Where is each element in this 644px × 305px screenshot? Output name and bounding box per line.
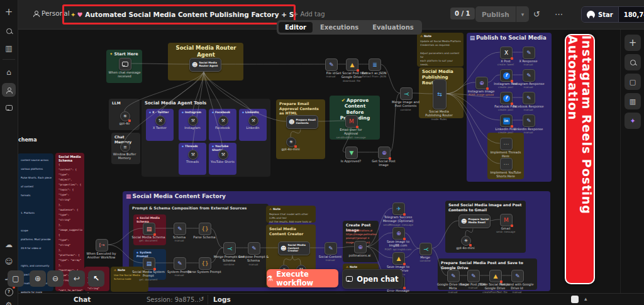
- node-fb-resp[interactable]: ✎: [523, 92, 535, 104]
- zoom-out-button[interactable]: ⊖: [47, 270, 64, 287]
- node-impl-yt[interactable]: ⋯: [500, 158, 513, 170]
- panel-toggle-icon[interactable]: [571, 296, 579, 303]
- node-get-drive[interactable]: ▲: [346, 58, 358, 71]
- search-nodes-button[interactable]: [625, 54, 641, 70]
- node-merge2[interactable]: Y: [419, 243, 432, 255]
- node-post-json[interactable]: ✎: [467, 270, 480, 282]
- sidebar-item-home-button[interactable]: ⌂: [0, 65, 18, 79]
- open-chat-button[interactable]: Open chat: [342, 269, 402, 289]
- add-tag-button[interactable]: + Add tag: [293, 11, 325, 18]
- node-gpt-4o[interactable]: ✳: [120, 111, 130, 121]
- node-tool-ig[interactable]: ⚒: [188, 116, 198, 126]
- credentials-note[interactable]: ⚠NoteUpdate all Social Media PlatformCre…: [417, 33, 464, 67]
- node-tool-x[interactable]: ⚒: [155, 116, 165, 126]
- history-icon[interactable]: ↺: [533, 9, 540, 19]
- node-compose[interactable]: ✎: [248, 242, 260, 255]
- node-gmail[interactable]: M: [500, 214, 513, 226]
- node-file-id[interactable]: ✎: [325, 58, 338, 71]
- node-schema-pen[interactable]: ✎: [174, 223, 186, 235]
- node-li-post[interactable]: in: [500, 114, 513, 127]
- node-ig-image[interactable]: ⊕: [475, 77, 488, 89]
- node-drive-save-img[interactable]: ▲: [392, 252, 405, 265]
- node-tool-li[interactable]: ⚒: [248, 116, 258, 126]
- node-gpt-mini1[interactable]: ✳: [286, 137, 296, 147]
- select-tool-button[interactable]: ↖: [88, 270, 104, 287]
- node-gpt-mini2[interactable]: ✳: [461, 236, 471, 246]
- zoom-in-button[interactable]: ⊕: [30, 270, 46, 287]
- node-email-approval[interactable]: M: [345, 115, 358, 128]
- node-is-approved[interactable]: ▼: [345, 147, 358, 159]
- node-sp-pen[interactable]: ✎: [174, 257, 186, 270]
- node-impl-threads[interactable]: ⋯: [500, 138, 513, 150]
- node-prep-email[interactable]: ☻Prepare Email Contents: [286, 115, 318, 129]
- node-pub-router[interactable]: ⇆: [433, 79, 447, 109]
- pen-icon: ✎: [526, 96, 531, 101]
- node-imgbb[interactable]: ⊕: [392, 227, 405, 240]
- node-extract-json[interactable]: ≣: [369, 58, 381, 71]
- node-sp-node[interactable]: ▤: [143, 257, 155, 270]
- node-social-content[interactable]: ✎: [325, 242, 337, 255]
- node-ig-resp[interactable]: ✎: [523, 69, 535, 82]
- add-node-button[interactable]: +: [625, 35, 641, 51]
- sidebar-item-personal-button[interactable]: [0, 83, 18, 97]
- node-label: Social Media System Promptget: document: [131, 270, 165, 281]
- session-refresh-icon[interactable]: ↺: [199, 296, 204, 302]
- node-save-post-drive[interactable]: ▲: [489, 270, 502, 282]
- node-memory[interactable]: ≡: [120, 142, 130, 152]
- node-tool-yt[interactable]: ⚒: [218, 150, 228, 160]
- node-tool-th[interactable]: ⚒: [188, 150, 198, 160]
- sidebar-item-add-workflow-button[interactable]: +: [0, 5, 18, 19]
- chevron-up-icon[interactable]: ▴: [584, 296, 587, 302]
- pen-icon: ✎: [526, 73, 531, 79]
- undo-button[interactable]: ↩: [69, 270, 85, 287]
- sidebar-item-chat-button[interactable]: [0, 101, 18, 114]
- node-li-resp[interactable]: ✎: [523, 114, 535, 127]
- node-chat-trigger[interactable]: [119, 58, 131, 70]
- node-respond-id[interactable]: ✎: [511, 270, 524, 282]
- node-router-agent[interactable]: ☻Social Media Router Agent: [189, 58, 221, 72]
- execute-workflow-button[interactable]: ⚗ Execute workflow: [267, 269, 338, 287]
- tab-executions[interactable]: Executions: [314, 22, 365, 33]
- node-tool-fb[interactable]: ⚒: [218, 116, 228, 126]
- tab-editor[interactable]: Editor: [279, 22, 313, 33]
- workflow-title-box[interactable]: ✦ ♥ Automated Social Media Content Publi…: [62, 4, 296, 25]
- publish-button[interactable]: Publish ▾: [475, 6, 529, 22]
- logs-panel-button[interactable]: ▥: [625, 93, 641, 109]
- more-menu-icon[interactable]: ⋯: [555, 9, 563, 19]
- node-schema-node[interactable]: ▤: [143, 223, 155, 235]
- sidebar-item-settings-button[interactable]: ⚙: [0, 298, 18, 305]
- templates-button[interactable]: ▢: [625, 74, 641, 90]
- tab-evaluations[interactable]: Evaluations: [366, 22, 420, 33]
- node-get-post-image[interactable]: ⊕: [378, 147, 391, 159]
- sidebar-item-help-button[interactable]: ?: [0, 285, 18, 299]
- node-tg-success[interactable]: ✈: [392, 202, 405, 215]
- workflow-canvas[interactable]: ✦Start HereSocial Media Router AgentLLMC…: [18, 29, 620, 293]
- chat-panel-toggle[interactable]: Chat: [74, 296, 91, 303]
- node-ig-post[interactable]: f: [500, 69, 513, 82]
- node-creator-agent[interactable]: ☻Social Media Content Creator: [278, 241, 310, 255]
- fit-view-button[interactable]: ▢: [8, 270, 24, 287]
- github-star-widget[interactable]: Star 180,747: [581, 6, 644, 23]
- node-when-exec[interactable]: [→: [96, 239, 108, 252]
- execution-counter-badge: 0 / 1: [450, 8, 475, 19]
- node-merge-image[interactable]: Y: [400, 87, 413, 100]
- node-pollinations[interactable]: ⊕: [354, 241, 367, 253]
- node-parse-sp[interactable]: {}: [199, 257, 211, 270]
- node-merge-prompts[interactable]: Y: [223, 242, 236, 255]
- workflow-title[interactable]: Automated Social Media Content Publishin…: [85, 11, 296, 18]
- node-x-resp[interactable]: ✎: [523, 47, 535, 59]
- sidebar-item-cloud-button[interactable]: ☁: [0, 238, 18, 252]
- replace-llm-note[interactable]: ⚠NoteReplace Chat model with other LLMs …: [266, 206, 316, 223]
- sidebar-item-community-button[interactable]: ☺: [0, 255, 18, 269]
- node-prep-sm-email[interactable]: ☻Prepare Social Media Email: [458, 214, 491, 228]
- node-fb-post[interactable]: f: [500, 92, 513, 104]
- node-label: LinkedIn: [236, 126, 270, 130]
- node-gd-meta[interactable]: ✎: [447, 270, 460, 282]
- ai-assistant-button[interactable]: ✦: [625, 113, 641, 129]
- node-parse-schema[interactable]: {}: [199, 223, 211, 235]
- chevron-down-icon[interactable]: ▾: [516, 11, 530, 18]
- sidebar-item-search-button[interactable]: [0, 24, 18, 38]
- node-x-post[interactable]: X: [500, 47, 513, 59]
- sidebar-item-overview-panel-button[interactable]: ▥: [0, 42, 18, 55]
- logs-panel-toggle[interactable]: Logs: [213, 296, 231, 303]
